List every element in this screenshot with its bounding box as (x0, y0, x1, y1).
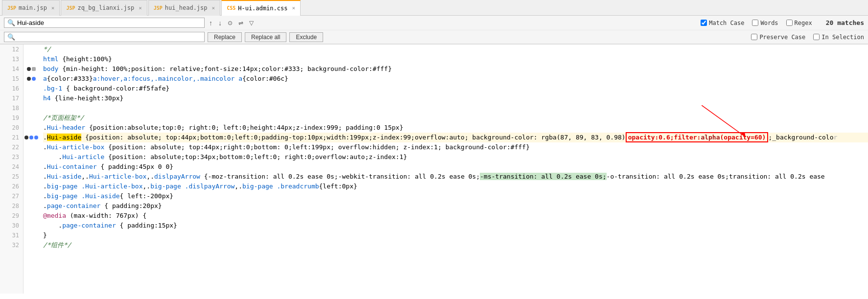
line-num-27: 27 (0, 191, 19, 201)
code-area: 12 13 14 15 16 17 18 19 20 21 22 23 24 2… (0, 45, 868, 294)
gutter-18 (23, 103, 39, 113)
tab-close-zq[interactable]: × (139, 5, 142, 11)
search-icon: 🔍 (7, 19, 15, 26)
line-22: .Hui-article-box {position: absolute; to… (43, 142, 868, 152)
gutter-26 (23, 182, 39, 191)
line-num-24: 24 (0, 162, 19, 172)
replace-button[interactable]: Replace (208, 32, 242, 42)
breakpoint-15 (27, 77, 31, 81)
next-match-button[interactable]: ↓ (217, 19, 223, 27)
line-numbers: 12 13 14 15 16 17 18 19 20 21 22 23 24 2… (0, 45, 23, 294)
tab-icon-main: JSP (7, 5, 16, 11)
line-num-18: 18 (0, 103, 19, 113)
code-content-16: .bg-1 { background-color:#f5fafe} (43, 84, 169, 93)
line-23: .Hui-article {position: absolute;top:34p… (43, 152, 868, 162)
gutter-17 (23, 93, 39, 103)
line-18 (43, 103, 868, 113)
gutter-12 (23, 45, 39, 54)
match-case-label[interactable]: Match Case (701, 20, 744, 26)
search-input-container: 🔍 (4, 18, 205, 28)
line-30: .page-container { padding:15px} (43, 221, 868, 230)
tab-icon-hui: JSP (154, 5, 163, 11)
in-selection-label[interactable]: In Selection (813, 34, 864, 41)
line-24: .Hui-container { padding:45px 0 0} (43, 162, 868, 172)
code-content-28: .page-container { padding:20px} (43, 201, 162, 211)
filter-button[interactable]: ▽ (248, 19, 255, 27)
preserve-case-label[interactable]: Preserve Case (751, 34, 805, 41)
tab-close-hui[interactable]: × (212, 5, 215, 11)
line-27: .big-page .Hui-aside{ left:-200px} (43, 191, 868, 201)
replace-all-button[interactable]: Replace all (245, 32, 286, 42)
gutter-31 (23, 230, 39, 240)
replace-input[interactable] (15, 33, 196, 41)
line-13: html {height:100%} (43, 54, 868, 64)
replace-search-icon: 🔍 (7, 33, 15, 41)
line-12: */ (43, 45, 868, 54)
line-num-25: 25 (0, 172, 19, 182)
tab-admin[interactable]: CSS H-ui.admin.css × (221, 0, 301, 16)
line-num-20: 20 (0, 123, 19, 133)
line-num-12: 12 (0, 45, 19, 54)
line-31: } (43, 230, 868, 240)
prev-match-button[interactable]: ↑ (208, 19, 214, 27)
marker-21b (34, 136, 38, 139)
code-content-32: /*组件*/ (43, 240, 71, 250)
tab-close-main[interactable]: × (51, 5, 55, 11)
gutter-32 (23, 240, 39, 250)
toolbar-row1: 🔍 ↑ ↓ ⊙ ⇌ ▽ Match Case Words Regex 20 ma… (0, 16, 868, 30)
line-14: body {min-height: 100%;position: relativ… (43, 64, 868, 74)
match-count: 20 matches (826, 19, 864, 26)
regex-label[interactable]: Regex (786, 20, 812, 26)
line-num-26: 26 (0, 182, 19, 191)
words-label[interactable]: Words (752, 20, 778, 26)
gutter-30 (23, 221, 39, 230)
gutter-19 (23, 113, 39, 123)
in-selection-checkbox[interactable] (813, 34, 820, 40)
code-content-30: .page-container { padding:15px} (43, 221, 177, 230)
code-content-23: .Hui-article {position: absolute;top:34p… (43, 152, 407, 162)
gutter-16 (23, 84, 39, 93)
tab-icon-zq: JSP (66, 5, 75, 11)
tab-close-admin[interactable]: × (292, 5, 295, 11)
marker-21a (29, 136, 33, 139)
words-checkbox[interactable] (752, 20, 758, 26)
code-content-20: .Hui-header {position:absolute;top:0; ri… (43, 123, 403, 133)
tab-zq[interactable]: JSP zq_bg_lianxi.jsp × (61, 0, 147, 16)
line-15: a{color:#333}a:hover,a:focus,.maincolor,… (43, 74, 868, 84)
replace-input-container: 🔍 (4, 32, 205, 42)
replace-options: Preserve Case In Selection (751, 34, 864, 41)
tab-hui[interactable]: JSP hui_head.jsp × (148, 0, 220, 16)
line-16: .bg-1 { background-color:#f5fafe} (43, 84, 868, 93)
search-input[interactable] (17, 19, 184, 26)
line-28: .page-container { padding:20px} (43, 201, 868, 211)
line-32: /*组件*/ (43, 240, 868, 250)
gutter-21 (23, 133, 39, 142)
line-num-21: 21 (0, 133, 19, 142)
toggle-replace-button[interactable]: ⇌ (237, 19, 245, 27)
preserve-case-checkbox[interactable] (751, 34, 757, 40)
code-content-13: html {height:100%} (43, 54, 112, 64)
line-17: h4 {line-height:30px} (43, 93, 868, 103)
gutter-13 (23, 54, 39, 64)
match-case-checkbox[interactable] (701, 20, 707, 26)
code-content-21: .Hui-aside {position: absolute; top:44px… (43, 133, 837, 142)
find-in-selection-button[interactable]: ⊙ (226, 19, 234, 27)
gutter-29 (23, 211, 39, 221)
line-num-19: 19 (0, 113, 19, 123)
tab-label-zq: zq_bg_lianxi.jsp (78, 4, 135, 11)
code-content-25: .Hui-aside,.Hui-article-box,.dislpayArro… (43, 172, 825, 182)
tab-label-hui: hui_head.jsp (165, 4, 208, 11)
words-text: Words (760, 20, 778, 26)
line-num-32: 32 (0, 240, 19, 250)
line-num-14: 14 (0, 64, 19, 74)
code-content-15: a{color:#333}a:hover,a:focus,.maincolor,… (43, 74, 288, 84)
tab-main[interactable]: JSP main.jsp × (2, 0, 60, 16)
line-num-16: 16 (0, 84, 19, 93)
regex-checkbox[interactable] (786, 20, 793, 26)
code-content-17: h4 {line-height:30px} (43, 93, 123, 103)
line-29: @media (max-width: 767px) { (43, 211, 868, 221)
exclude-button[interactable]: Exclude (289, 32, 323, 42)
line-num-29: 29 (0, 211, 19, 221)
line-19: /*页面框架*/ (43, 113, 868, 123)
code-lines[interactable]: */ html {height:100%} body {min-height: … (39, 45, 868, 294)
